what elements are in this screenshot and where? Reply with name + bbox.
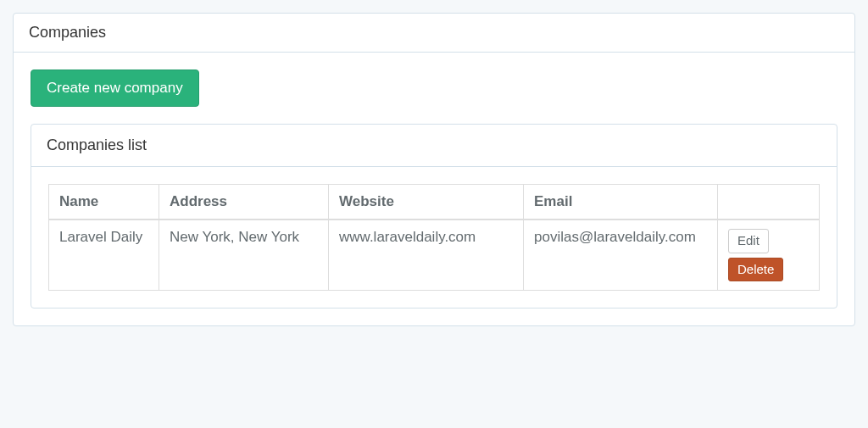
companies-list-body: Name Address Website Email Laravel Daily…: [31, 167, 837, 308]
page-title: Companies: [14, 14, 854, 53]
cell-name: Laravel Daily: [49, 220, 159, 291]
companies-table: Name Address Website Email Laravel Daily…: [48, 184, 820, 291]
table-header-row: Name Address Website Email: [49, 185, 820, 220]
cell-email: povilas@laraveldaily.com: [524, 220, 718, 291]
header-email: Email: [524, 185, 718, 220]
header-address: Address: [159, 185, 329, 220]
cell-actions: Edit Delete: [718, 220, 820, 291]
card-body: Create new company Companies list Name A…: [14, 53, 854, 325]
companies-card: Companies Create new company Companies l…: [13, 13, 855, 326]
header-name: Name: [49, 185, 159, 220]
cell-website: www.laraveldaily.com: [329, 220, 524, 291]
companies-list-panel: Companies list Name Address Website Emai…: [31, 124, 837, 308]
delete-button[interactable]: Delete: [728, 258, 783, 282]
companies-list-title: Companies list: [31, 125, 837, 167]
header-website: Website: [329, 185, 524, 220]
cell-address: New York, New York: [159, 220, 329, 291]
edit-button[interactable]: Edit: [728, 229, 769, 253]
create-company-button[interactable]: Create new company: [31, 69, 199, 107]
header-actions: [718, 185, 820, 220]
table-row: Laravel Daily New York, New York www.lar…: [49, 220, 820, 291]
